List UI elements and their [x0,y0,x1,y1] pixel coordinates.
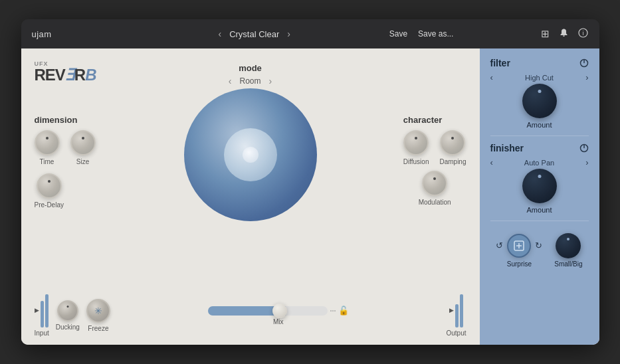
bottom-right-row: ↺ ↻ Surprise Small/Big [490,233,589,268]
filter-title: filter [490,58,510,68]
finisher-knob-dot [538,175,541,178]
filter-knob-dot [538,90,541,93]
section-divider-2 [490,221,589,221]
mode-section: mode ‹ Room › [35,63,466,86]
output-vu-bar-1 [455,304,459,327]
filter-title-row: filter [490,58,589,70]
time-knob-label: Time [40,158,54,165]
reverb-ring-inner [224,128,277,181]
mix-label: Mix [273,318,284,325]
mix-dot-2 [332,310,334,312]
dimension-section: dimension Time Size [35,115,96,209]
mode-label: mode [35,63,466,73]
character-knobs-row: Diffusion Damping [403,130,466,165]
undo-redo-row: ↺ ↻ [496,234,542,258]
ducking-knob[interactable] [57,300,78,321]
top-bar-icons: ⊞ i [477,28,589,40]
time-knob[interactable] [35,130,60,155]
surprise-section: ↺ ↻ Surprise [496,234,542,268]
svg-text:i: i [583,30,584,37]
filter-amount-label: Amount [490,121,589,129]
finisher-amount-knob[interactable] [522,169,557,203]
vu-bar-1 [41,301,44,327]
small-big-label: Small/Big [554,260,582,268]
finisher-next-button[interactable]: › [585,157,588,167]
output-play-icon: ▶ [449,307,454,314]
mix-dot-3 [334,310,336,312]
time-knob-dot [46,137,49,139]
damping-knob-dot [451,137,454,139]
input-section: ▶ Input [35,294,49,337]
dimension-knobs-row: Time Size [35,130,96,165]
undo-button[interactable]: ↺ [496,240,503,250]
mix-lock-icon[interactable]: 🔓 [338,306,349,316]
filter-next-button[interactable]: › [585,72,588,82]
diffusion-knob[interactable] [403,130,429,155]
pre-delay-knob-container: Pre-Delay [35,173,64,209]
info-icon[interactable]: i [578,28,588,40]
mix-slider[interactable] [208,306,328,316]
small-big-knob[interactable] [556,233,581,258]
input-label: Input [35,329,49,337]
bell-icon[interactable] [559,28,569,40]
freeze-label: Freeze [88,325,108,332]
save-button[interactable]: Save [389,29,407,39]
ducking-knob-dot [66,306,68,308]
filter-prev-button[interactable]: ‹ [490,72,493,82]
pre-delay-knob[interactable] [37,173,62,199]
pre-delay-row: Pre-Delay [35,173,96,209]
diffusion-knob-label: Diffusion [403,158,429,165]
preset-next-button[interactable]: › [284,27,293,41]
logo-area: UFX REVƎRB [35,60,96,83]
vu-bar-2 [45,294,49,327]
output-label: Output [446,329,466,337]
character-section: character Diffusion Damping [403,115,466,206]
finisher-title-row: finisher [490,143,589,155]
mix-section: 🔓 Mix [117,306,440,325]
ducking-section: Ducking [56,300,80,331]
time-knob-container: Time [35,130,60,165]
reverb-center-dot [243,147,258,163]
size-knob[interactable] [70,130,96,155]
freeze-section: ✳ Freeze [86,299,110,332]
pre-delay-knob-label: Pre-Delay [35,201,64,209]
filter-amount-knob[interactable] [522,84,557,118]
top-bar-center: ‹ Crystal Clear › [143,27,365,41]
modulation-knob[interactable] [422,171,447,196]
mix-dot-1 [330,310,332,312]
modulation-row: Modulation [403,171,466,206]
top-bar-actions: Save Save as... [365,29,477,39]
finisher-prev-button[interactable]: ‹ [490,157,493,167]
grid-icon[interactable]: ⊞ [541,28,550,40]
filter-power-button[interactable] [579,58,589,70]
modulation-knob-container: Modulation [419,171,451,206]
mode-prev-button[interactable]: ‹ [229,76,232,86]
filter-preset: High Cut [525,74,554,82]
input-vu-meter [41,294,49,327]
redo-button[interactable]: ↻ [535,240,542,250]
freeze-button[interactable]: ✳ [86,299,110,323]
mix-slider-thumb[interactable] [272,304,287,318]
right-panel: filter ‹ High Cut › Amount finisher [480,48,599,345]
top-bar: ujam ‹ Crystal Clear › Save Save as... ⊞… [21,19,599,48]
damping-knob[interactable] [440,130,465,155]
plugin-main-label: REVƎRB [35,67,96,83]
preset-prev-button[interactable]: ‹ [215,27,224,41]
save-as-button[interactable]: Save as... [418,29,453,39]
mode-next-button[interactable]: › [269,76,272,86]
finisher-power-button[interactable] [579,143,589,155]
mode-value: Room [239,76,260,86]
small-big-section: Small/Big [554,233,582,268]
left-panel: UFX REVƎRB mode ‹ Room › [21,48,480,345]
section-divider-1 [490,136,589,136]
bottom-controls: ▶ Input Ducking [35,294,466,337]
mode-selector: ‹ Room › [35,76,466,86]
character-label: character [403,115,466,125]
plugin-window: ujam ‹ Crystal Clear › Save Save as... ⊞… [21,19,599,345]
main-content: UFX REVƎRB mode ‹ Room › [21,48,599,345]
damping-knob-container: Damping [439,130,466,165]
size-knob-label: Size [76,158,89,165]
output-section: ▶ Output [446,294,466,337]
finisher-preset: Auto Pan [524,159,554,167]
surprise-button[interactable] [507,234,531,258]
